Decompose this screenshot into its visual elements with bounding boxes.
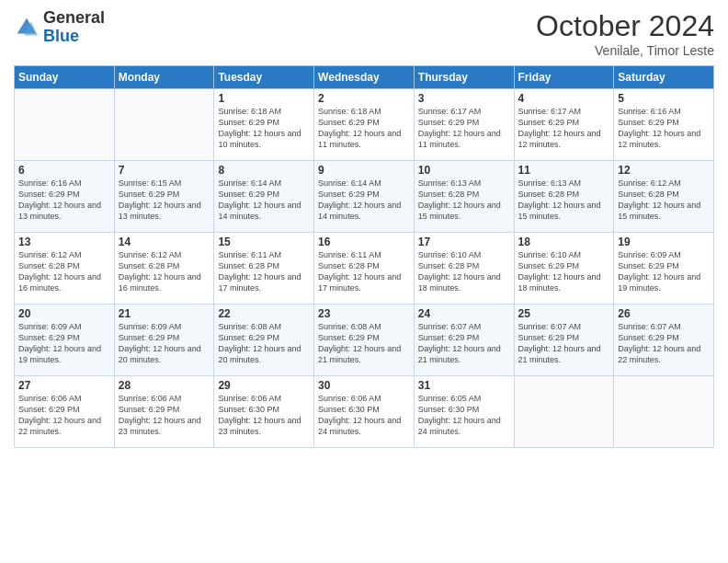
day-info: Sunrise: 6:13 AMSunset: 6:28 PMDaylight:… — [418, 178, 510, 223]
calendar-cell: 14Sunrise: 6:12 AMSunset: 6:28 PMDayligh… — [114, 233, 214, 304]
day-info: Sunrise: 6:07 AMSunset: 6:29 PMDaylight:… — [518, 321, 610, 366]
day-info: Sunrise: 6:18 AMSunset: 6:29 PMDaylight:… — [318, 106, 410, 151]
calendar-cell: 11Sunrise: 6:13 AMSunset: 6:28 PMDayligh… — [514, 161, 614, 233]
day-number: 22 — [218, 307, 310, 320]
weekday-header: Monday — [114, 66, 214, 89]
calendar-cell: 23Sunrise: 6:08 AMSunset: 6:29 PMDayligh… — [314, 304, 415, 376]
day-info: Sunrise: 6:06 AMSunset: 6:30 PMDaylight:… — [218, 393, 310, 438]
day-number: 14 — [119, 236, 210, 248]
calendar-cell: 13Sunrise: 6:12 AMSunset: 6:28 PMDayligh… — [15, 233, 115, 304]
day-number: 12 — [618, 164, 710, 177]
calendar-cell: 30Sunrise: 6:06 AMSunset: 6:30 PMDayligh… — [314, 376, 415, 448]
day-number: 11 — [518, 164, 610, 177]
calendar-cell: 8Sunrise: 6:14 AMSunset: 6:29 PMDaylight… — [214, 161, 314, 233]
day-info: Sunrise: 6:12 AMSunset: 6:28 PMDaylight:… — [618, 178, 710, 223]
calendar-cell: 18Sunrise: 6:10 AMSunset: 6:29 PMDayligh… — [514, 233, 614, 304]
day-info: Sunrise: 6:14 AMSunset: 6:29 PMDaylight:… — [218, 178, 310, 223]
calendar-table: SundayMondayTuesdayWednesdayThursdayFrid… — [14, 65, 714, 448]
calendar-cell: 24Sunrise: 6:07 AMSunset: 6:29 PMDayligh… — [414, 304, 514, 376]
day-number: 30 — [318, 379, 410, 392]
day-info: Sunrise: 6:07 AMSunset: 6:29 PMDaylight:… — [418, 321, 510, 366]
day-info: Sunrise: 6:12 AMSunset: 6:28 PMDaylight:… — [119, 249, 210, 294]
day-info: Sunrise: 6:17 AMSunset: 6:29 PMDaylight:… — [518, 106, 610, 151]
calendar-cell: 21Sunrise: 6:09 AMSunset: 6:29 PMDayligh… — [114, 304, 214, 376]
calendar-cell: 12Sunrise: 6:12 AMSunset: 6:28 PMDayligh… — [614, 161, 714, 233]
day-info: Sunrise: 6:18 AMSunset: 6:29 PMDaylight:… — [218, 106, 310, 151]
calendar-cell: 17Sunrise: 6:10 AMSunset: 6:28 PMDayligh… — [414, 233, 514, 304]
header-row: SundayMondayTuesdayWednesdayThursdayFrid… — [15, 66, 714, 89]
calendar-cell: 9Sunrise: 6:14 AMSunset: 6:29 PMDaylight… — [314, 161, 415, 233]
day-number: 18 — [518, 236, 610, 248]
page: General Blue October 2024 Venilale, Timo… — [0, 0, 728, 563]
day-info: Sunrise: 6:16 AMSunset: 6:29 PMDaylight:… — [618, 106, 710, 151]
calendar-cell — [514, 376, 614, 448]
day-number: 29 — [218, 379, 310, 392]
calendar-cell: 20Sunrise: 6:09 AMSunset: 6:29 PMDayligh… — [15, 304, 115, 376]
day-info: Sunrise: 6:11 AMSunset: 6:28 PMDaylight:… — [218, 249, 310, 294]
day-number: 3 — [418, 92, 510, 105]
day-info: Sunrise: 6:09 AMSunset: 6:29 PMDaylight:… — [119, 321, 210, 366]
day-info: Sunrise: 6:09 AMSunset: 6:29 PMDaylight:… — [18, 321, 110, 366]
logo: General Blue — [14, 9, 105, 46]
day-info: Sunrise: 6:09 AMSunset: 6:29 PMDaylight:… — [618, 249, 710, 294]
month-title: October 2024 — [536, 9, 714, 43]
day-number: 13 — [18, 236, 110, 248]
day-number: 4 — [518, 92, 610, 105]
day-number: 8 — [218, 164, 310, 177]
calendar-cell: 15Sunrise: 6:11 AMSunset: 6:28 PMDayligh… — [214, 233, 314, 304]
day-info: Sunrise: 6:06 AMSunset: 6:30 PMDaylight:… — [318, 393, 410, 438]
calendar-cell: 2Sunrise: 6:18 AMSunset: 6:29 PMDaylight… — [314, 89, 415, 161]
weekday-header: Saturday — [614, 66, 714, 89]
weekday-header: Thursday — [414, 66, 514, 89]
day-number: 2 — [318, 92, 410, 105]
logo-icon — [14, 15, 40, 40]
day-number: 1 — [218, 92, 310, 105]
day-number: 10 — [418, 164, 510, 177]
day-info: Sunrise: 6:13 AMSunset: 6:28 PMDaylight:… — [518, 178, 610, 223]
calendar-week-row: 13Sunrise: 6:12 AMSunset: 6:28 PMDayligh… — [15, 233, 714, 304]
calendar-cell — [114, 89, 214, 161]
logo-text: General Blue — [43, 9, 105, 46]
day-info: Sunrise: 6:10 AMSunset: 6:28 PMDaylight:… — [418, 249, 510, 294]
header: General Blue October 2024 Venilale, Timo… — [14, 9, 714, 58]
day-number: 9 — [318, 164, 410, 177]
calendar-cell: 27Sunrise: 6:06 AMSunset: 6:29 PMDayligh… — [15, 376, 115, 448]
weekday-header: Tuesday — [214, 66, 314, 89]
calendar-week-row: 1Sunrise: 6:18 AMSunset: 6:29 PMDaylight… — [15, 89, 714, 161]
location-title: Venilale, Timor Leste — [536, 43, 714, 58]
day-number: 15 — [218, 236, 310, 248]
day-info: Sunrise: 6:06 AMSunset: 6:29 PMDaylight:… — [18, 393, 110, 438]
calendar-cell: 31Sunrise: 6:05 AMSunset: 6:30 PMDayligh… — [414, 376, 514, 448]
weekday-header: Wednesday — [314, 66, 415, 89]
day-number: 5 — [618, 92, 710, 105]
weekday-header: Sunday — [15, 66, 115, 89]
day-number: 21 — [119, 307, 210, 320]
day-number: 31 — [418, 379, 510, 392]
day-number: 7 — [119, 164, 210, 177]
calendar-cell — [15, 89, 115, 161]
day-number: 25 — [518, 307, 610, 320]
calendar-cell: 26Sunrise: 6:07 AMSunset: 6:29 PMDayligh… — [614, 304, 714, 376]
calendar-cell: 25Sunrise: 6:07 AMSunset: 6:29 PMDayligh… — [514, 304, 614, 376]
day-number: 20 — [18, 307, 110, 320]
calendar-week-row: 6Sunrise: 6:16 AMSunset: 6:29 PMDaylight… — [15, 161, 714, 233]
calendar-cell: 6Sunrise: 6:16 AMSunset: 6:29 PMDaylight… — [15, 161, 115, 233]
calendar-cell: 19Sunrise: 6:09 AMSunset: 6:29 PMDayligh… — [614, 233, 714, 304]
calendar-cell: 4Sunrise: 6:17 AMSunset: 6:29 PMDaylight… — [514, 89, 614, 161]
calendar-cell: 1Sunrise: 6:18 AMSunset: 6:29 PMDaylight… — [214, 89, 314, 161]
calendar-cell: 29Sunrise: 6:06 AMSunset: 6:30 PMDayligh… — [214, 376, 314, 448]
day-number: 26 — [618, 307, 710, 320]
calendar-cell — [614, 376, 714, 448]
day-info: Sunrise: 6:06 AMSunset: 6:29 PMDaylight:… — [119, 393, 210, 438]
day-info: Sunrise: 6:17 AMSunset: 6:29 PMDaylight:… — [418, 106, 510, 151]
day-number: 17 — [418, 236, 510, 248]
calendar-week-row: 20Sunrise: 6:09 AMSunset: 6:29 PMDayligh… — [15, 304, 714, 376]
day-number: 23 — [318, 307, 410, 320]
day-info: Sunrise: 6:08 AMSunset: 6:29 PMDaylight:… — [218, 321, 310, 366]
calendar-cell: 16Sunrise: 6:11 AMSunset: 6:28 PMDayligh… — [314, 233, 415, 304]
day-info: Sunrise: 6:15 AMSunset: 6:29 PMDaylight:… — [119, 178, 210, 223]
day-number: 28 — [119, 379, 210, 392]
logo-general-text: General — [43, 9, 105, 28]
day-number: 19 — [618, 236, 710, 248]
day-info: Sunrise: 6:14 AMSunset: 6:29 PMDaylight:… — [318, 178, 410, 223]
